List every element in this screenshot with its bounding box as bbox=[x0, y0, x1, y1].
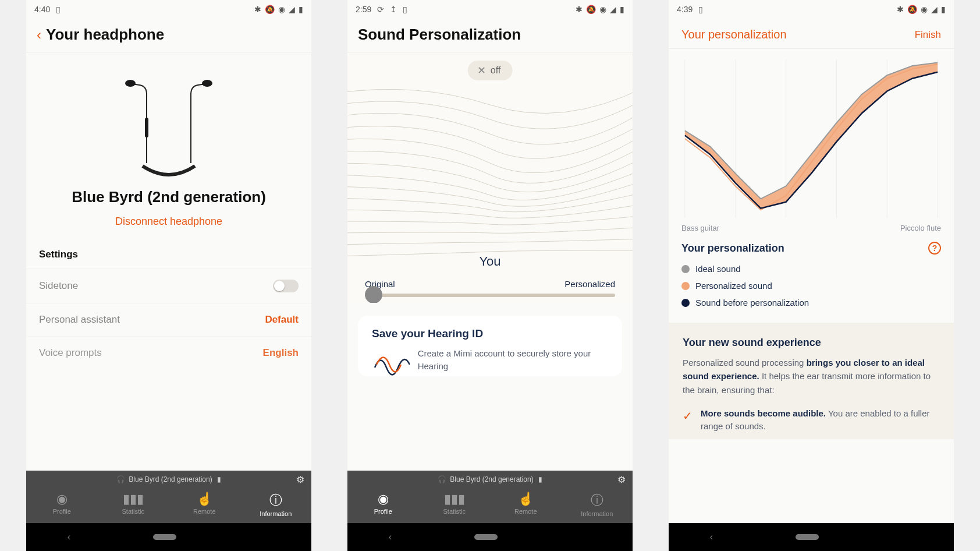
statistic-icon: ▮▮▮ bbox=[98, 492, 169, 507]
status-time: 4:40 bbox=[34, 5, 50, 14]
tab-statistic[interactable]: ▮▮▮Statistic bbox=[98, 492, 169, 517]
screen-your-headphone: 4:40 ▯ ✱ 🔕 ◉ ◢ ▮ ‹ Your headphone bbox=[26, 0, 311, 551]
svg-point-1 bbox=[202, 80, 212, 87]
wifi-icon: ◉ bbox=[921, 5, 928, 14]
nav-back-icon[interactable]: ‹ bbox=[68, 532, 70, 542]
axis-label-left: Bass guitar bbox=[681, 224, 719, 232]
wifi-icon: ◉ bbox=[599, 5, 606, 14]
content: Bass guitar Piccolo flute Your personali… bbox=[669, 49, 954, 523]
device-battery-icon: ▮ bbox=[217, 475, 221, 483]
status-bar: 4:40 ▯ ✱ 🔕 ◉ ◢ ▮ bbox=[26, 0, 311, 19]
setting-sidetone[interactable]: Sidetone bbox=[26, 269, 311, 303]
information-icon: ⓘ bbox=[240, 492, 312, 509]
off-label: off bbox=[491, 65, 501, 76]
bluetooth-icon: ✱ bbox=[254, 5, 261, 14]
tab-statistic[interactable]: ▮▮▮Statistic bbox=[419, 492, 491, 517]
nav-home-icon[interactable] bbox=[474, 534, 498, 540]
nav-back-icon[interactable]: ‹ bbox=[710, 532, 713, 542]
hearing-id-card[interactable]: Save your Hearing ID Create a Mimi accou… bbox=[358, 316, 622, 376]
app-bottom-bar: 🎧 Blue Byrd (2nd generation) ▮ ⚙ ◉Profil… bbox=[26, 471, 311, 523]
setting-label: Sidetone bbox=[39, 280, 78, 292]
nav-home-icon[interactable] bbox=[153, 534, 176, 540]
device-battery-icon: ▮ bbox=[538, 475, 542, 483]
back-icon[interactable]: ‹ bbox=[37, 27, 41, 43]
slider-label-right: Personalized bbox=[564, 279, 615, 289]
page-title: Your personalization bbox=[681, 28, 787, 41]
hearing-id-icon bbox=[372, 347, 410, 376]
bluetooth-icon: ✱ bbox=[576, 5, 583, 14]
slider-track[interactable] bbox=[365, 294, 615, 297]
status-icons: ✱ 🔕 ◉ ◢ ▮ bbox=[576, 5, 624, 14]
header: ‹ Your headphone bbox=[26, 19, 311, 52]
android-nav-bar: ‹ bbox=[26, 523, 311, 551]
legend-personalized: Personalized sound bbox=[669, 277, 954, 294]
personalization-slider[interactable]: Original Personalized bbox=[347, 279, 633, 297]
dnd-icon: 🔕 bbox=[586, 5, 596, 14]
tab-profile[interactable]: ◉Profile bbox=[26, 492, 98, 517]
setting-voice-prompts[interactable]: Voice prompts English bbox=[26, 336, 311, 369]
gear-icon[interactable]: ⚙ bbox=[296, 474, 304, 485]
status-icon: ⟳ bbox=[377, 5, 384, 14]
status-card-icon: ▯ bbox=[56, 5, 61, 14]
signal-icon: ◢ bbox=[610, 5, 616, 14]
card-title: Save your Hearing ID bbox=[372, 327, 608, 340]
status-bar: 4:39 ▯ ✱ 🔕 ◉ ◢ ▮ bbox=[669, 0, 954, 19]
info-text: Personalized sound processing brings you… bbox=[683, 356, 940, 397]
statistic-icon: ▮▮▮ bbox=[419, 492, 491, 507]
legend-label: Sound before personalization bbox=[695, 298, 809, 308]
tab-remote[interactable]: ☝Remote bbox=[490, 492, 562, 517]
signal-icon: ◢ bbox=[289, 5, 295, 14]
nav-back-icon[interactable]: ‹ bbox=[389, 532, 392, 542]
svg-rect-2 bbox=[145, 118, 148, 137]
profile-icon: ◉ bbox=[26, 492, 98, 507]
header: Your personalization Finish bbox=[669, 19, 954, 49]
wifi-icon: ◉ bbox=[278, 5, 285, 14]
tab-information[interactable]: ⓘInformation bbox=[240, 492, 312, 517]
battery-icon: ▮ bbox=[941, 5, 946, 14]
info-card: Your new sound experience Personalized s… bbox=[669, 323, 954, 439]
check-icon: ✓ bbox=[683, 407, 693, 433]
content: Blue Byrd (2nd generation) Disconnect he… bbox=[26, 52, 311, 471]
product-area: Blue Byrd (2nd generation) Disconnect he… bbox=[26, 52, 311, 234]
screen-sound-personalization: 2:59 ⟳ ↥ ▯ ✱ 🔕 ◉ ◢ ▮ Sound Personalizati… bbox=[347, 0, 633, 551]
device-strip: 🎧 Blue Byrd (2nd generation) ▮ ⚙ bbox=[26, 471, 311, 488]
app-tabs: ◉Profile ▮▮▮Statistic ☝Remote ⓘInformati… bbox=[26, 488, 311, 523]
status-bar: 2:59 ⟳ ↥ ▯ ✱ 🔕 ◉ ◢ ▮ bbox=[347, 0, 633, 19]
you-label: You bbox=[479, 254, 500, 269]
headphone-image bbox=[111, 70, 227, 181]
personalization-chart bbox=[669, 49, 954, 224]
disconnect-button[interactable]: Disconnect headphone bbox=[38, 216, 300, 228]
page-title: Sound Personalization bbox=[347, 19, 633, 52]
finish-button[interactable]: Finish bbox=[915, 29, 941, 41]
battery-icon: ▮ bbox=[620, 5, 624, 14]
info-bullet: ✓ More sounds become audible. You are en… bbox=[683, 407, 940, 433]
setting-assistant[interactable]: Personal assistant Default bbox=[26, 303, 311, 336]
remote-icon: ☝ bbox=[169, 492, 240, 507]
info-title: Your new sound experience bbox=[683, 337, 940, 349]
card-text: Create a Mimi account to securely store … bbox=[418, 347, 608, 376]
sidetone-toggle[interactable] bbox=[273, 280, 299, 292]
tab-information[interactable]: ⓘInformation bbox=[562, 492, 633, 517]
setting-value: English bbox=[263, 347, 299, 359]
gear-icon[interactable]: ⚙ bbox=[617, 474, 626, 485]
status-icon: ↥ bbox=[390, 5, 397, 14]
axis-label-right: Piccolo flute bbox=[900, 224, 941, 232]
status-icons: ✱ 🔕 ◉ ◢ ▮ bbox=[897, 5, 946, 14]
tab-remote[interactable]: ☝Remote bbox=[169, 492, 240, 517]
nav-home-icon[interactable] bbox=[796, 534, 819, 540]
screen-your-personalization: 4:39 ▯ ✱ 🔕 ◉ ◢ ▮ Your personalization Fi… bbox=[669, 0, 954, 551]
battery-icon: ▮ bbox=[299, 5, 303, 14]
app-bottom-bar: 🎧 Blue Byrd (2nd generation) ▮ ⚙ ◉Profil… bbox=[347, 471, 633, 523]
help-icon[interactable]: ? bbox=[928, 242, 941, 255]
headphone-icon: 🎧 bbox=[438, 475, 446, 483]
slider-thumb[interactable] bbox=[365, 286, 382, 303]
tab-profile[interactable]: ◉Profile bbox=[347, 492, 419, 517]
page-title: Your headphone bbox=[46, 26, 164, 44]
close-icon: ✕ bbox=[477, 64, 486, 77]
legend-label: Personalized sound bbox=[695, 281, 772, 291]
status-time: 2:59 bbox=[356, 5, 371, 14]
android-nav-bar: ‹ bbox=[669, 523, 954, 551]
device-name: Blue Byrd (2nd generation) bbox=[129, 475, 212, 483]
off-pill[interactable]: ✕ off bbox=[468, 61, 513, 80]
bluetooth-icon: ✱ bbox=[897, 5, 904, 14]
